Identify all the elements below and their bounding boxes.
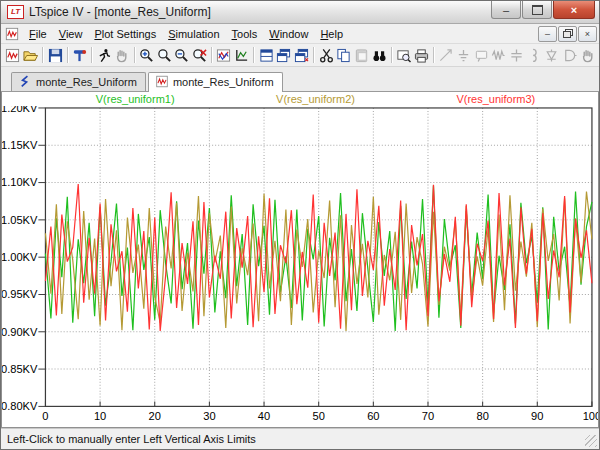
run-icon[interactable]	[95, 45, 113, 65]
find-icon[interactable]	[370, 45, 388, 65]
svg-text:1.00KV: 1.00KV	[2, 251, 38, 263]
waveform-pane: V(res_uniform1) V(res_uniform2) V(res_un…	[1, 92, 599, 428]
waveform-plot[interactable]: 1.20KV1.15KV1.10KV1.05KV1.00KV0.95KV0.90…	[2, 106, 598, 427]
diode-icon	[543, 45, 561, 65]
legend-trace-1[interactable]: V(res_uniform1)	[45, 92, 225, 106]
toolbar-separator	[67, 47, 68, 63]
menu-plot-settings[interactable]: Plot Settings	[88, 26, 162, 42]
tab-waveform[interactable]: monte_Res_Uniform	[148, 72, 283, 92]
new-window-icon[interactable]	[293, 45, 311, 65]
legend-trace-2[interactable]: V(res_uniform2)	[225, 92, 405, 106]
maximize-button[interactable]	[522, 1, 552, 19]
save-icon[interactable]	[46, 45, 64, 65]
menu-help[interactable]: Help	[314, 26, 349, 42]
zoom-out-icon[interactable]	[173, 45, 191, 65]
svg-text:1.15KV: 1.15KV	[2, 139, 38, 151]
resize-grip-icon[interactable]	[585, 435, 597, 447]
child-minimize-button[interactable]: –	[538, 26, 557, 42]
svg-text:40: 40	[258, 410, 270, 422]
wire-icon	[437, 45, 455, 65]
svg-text:30: 30	[203, 410, 215, 422]
control-panel-icon[interactable]	[71, 45, 89, 65]
new-schematic-icon[interactable]	[4, 45, 22, 65]
svg-text:0.80KV: 0.80KV	[2, 400, 38, 412]
menu-view[interactable]: View	[53, 26, 89, 42]
svg-text:0.85KV: 0.85KV	[2, 363, 38, 375]
svg-text:50: 50	[313, 410, 325, 422]
svg-text:20: 20	[149, 410, 161, 422]
waveform-icon	[155, 75, 169, 88]
svg-text:100: 100	[583, 410, 598, 422]
capacitor-icon	[508, 45, 526, 65]
ltspice-window: LT LTspice IV - [monte_Res_Uniform] – × …	[0, 0, 600, 450]
svg-text:0: 0	[42, 410, 48, 422]
resistor-icon	[490, 45, 508, 65]
status-bar: Left-Click to manually enter Left Vertic…	[1, 428, 599, 449]
status-text: Left-Click to manually enter Left Vertic…	[7, 433, 256, 445]
svg-text:90: 90	[531, 410, 543, 422]
legend-trace-3[interactable]: V(res_uniform3)	[406, 92, 586, 106]
window-title: LTspice IV - [monte_Res_Uniform]	[29, 5, 490, 19]
label-net-icon	[472, 45, 490, 65]
drag-icon	[578, 45, 596, 65]
cascade-windows-icon[interactable]	[275, 45, 293, 65]
svg-text:60: 60	[367, 410, 379, 422]
svg-text:1.10KV: 1.10KV	[2, 177, 38, 189]
halt-icon	[113, 45, 131, 65]
menu-bar: File View Plot Settings Simulation Tools…	[1, 24, 599, 44]
paste-icon	[353, 45, 371, 65]
tab-schematic[interactable]: monte_Res_Uniform	[11, 72, 146, 91]
toolbar-separator	[42, 47, 43, 63]
close-button[interactable]: ×	[553, 1, 595, 19]
svg-text:70: 70	[422, 410, 434, 422]
tile-windows-icon[interactable]	[257, 45, 275, 65]
app-logo-icon: LT	[7, 5, 24, 19]
svg-text:1.20KV: 1.20KV	[2, 106, 38, 114]
ground-icon	[455, 45, 473, 65]
menu-simulation[interactable]: Simulation	[162, 26, 225, 42]
open-file-icon[interactable]	[22, 45, 40, 65]
title-bar[interactable]: LT LTspice IV - [monte_Res_Uniform] – ×	[1, 1, 599, 24]
toolbar-separator	[91, 47, 92, 63]
svg-text:0.90KV: 0.90KV	[2, 326, 38, 338]
child-close-button[interactable]: ×	[578, 26, 597, 42]
tab-label: monte_Res_Uniform	[173, 76, 274, 88]
menu-file[interactable]: File	[23, 26, 53, 42]
cut-icon[interactable]	[317, 45, 335, 65]
autorange-y-axis-icon[interactable]	[215, 45, 233, 65]
minimize-button[interactable]: –	[491, 1, 521, 19]
toolbar-separator	[391, 47, 392, 63]
toolbar-separator	[134, 47, 135, 63]
svg-text:1.05KV: 1.05KV	[2, 214, 38, 226]
menu-window[interactable]: Window	[263, 26, 314, 42]
tab-bar: monte_Res_Uniform monte_Res_Uniform	[1, 67, 599, 92]
menu-tools[interactable]: Tools	[226, 26, 264, 42]
toolbar-separator	[433, 47, 434, 63]
zoom-full-extents-icon[interactable]	[191, 45, 209, 65]
toolbar	[1, 44, 599, 67]
zoom-area-icon[interactable]	[155, 45, 173, 65]
toolbar-separator	[253, 47, 254, 63]
toolbar-separator	[211, 47, 212, 63]
print-preview-icon[interactable]	[395, 45, 413, 65]
svg-text:10: 10	[94, 410, 106, 422]
schematic-icon	[18, 75, 32, 88]
maximize-icon	[532, 5, 543, 15]
svg-text:80: 80	[476, 410, 488, 422]
child-restore-button[interactable]	[558, 26, 577, 42]
plot-legend: V(res_uniform1) V(res_uniform2) V(res_un…	[45, 92, 586, 106]
tab-label: monte_Res_Uniform	[36, 76, 137, 88]
copy-icon[interactable]	[335, 45, 353, 65]
toolbar-separator	[313, 47, 314, 63]
component-icon	[561, 45, 579, 65]
svg-text:0.95KV: 0.95KV	[2, 289, 38, 301]
inductor-icon	[525, 45, 543, 65]
active-document-icon	[5, 27, 19, 41]
print-icon[interactable]	[412, 45, 430, 65]
plot-settings-icon[interactable]	[233, 45, 251, 65]
zoom-in-icon[interactable]	[138, 45, 156, 65]
